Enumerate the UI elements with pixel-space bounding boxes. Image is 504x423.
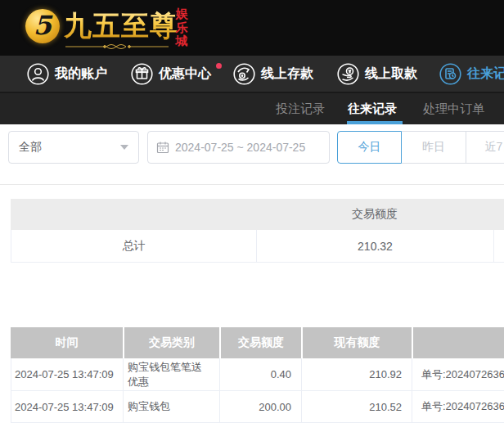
yesterday-button[interactable]: 昨日 bbox=[402, 131, 466, 164]
tab-transaction-records[interactable]: 往来记录 bbox=[348, 93, 397, 124]
summary-table: 交易额度 总计 210.32 bbox=[11, 199, 504, 263]
logo-bar: 5 九五至尊 娱乐城 bbox=[0, 0, 504, 56]
table-row: 2024-07-25 13:47:09 购宝钱包 200.00 210.52 单… bbox=[11, 391, 504, 423]
col-header-type: 交易类别 bbox=[124, 327, 219, 358]
gold-flourish-icon bbox=[65, 43, 169, 51]
summary-total-amount: 210.32 bbox=[257, 230, 494, 262]
summary-total-extra bbox=[494, 230, 504, 262]
cell-order-number: 单号:2024072636 bbox=[412, 391, 504, 422]
tab-betting-records[interactable]: 投注记录 bbox=[276, 93, 325, 124]
nav-item-withdraw[interactable]: 线上取款 bbox=[337, 56, 417, 92]
notification-dot bbox=[216, 63, 222, 69]
nav-label: 线上取款 bbox=[365, 65, 417, 83]
cell-balance: 210.52 bbox=[302, 391, 412, 422]
user-icon bbox=[27, 63, 49, 85]
main-nav: 我的账户 优惠中心 线上存款 线上取款 往来记录 bbox=[0, 56, 504, 92]
col-header-balance: 现有额度 bbox=[303, 327, 412, 358]
nav-label: 优惠中心 bbox=[159, 65, 211, 83]
cell-balance: 210.92 bbox=[302, 358, 412, 390]
transaction-records-page: { "logo": { "brand": "九五至尊", "badge": "娱… bbox=[0, 0, 504, 423]
section-divider bbox=[0, 184, 504, 185]
table-row: 2024-07-25 13:47:09 购宝钱包笔笔送优惠 0.40 210.9… bbox=[11, 358, 504, 391]
emblem-glyph: 5 bbox=[34, 12, 52, 38]
col-header-amount: 交易额度 bbox=[221, 327, 301, 358]
withdraw-icon bbox=[337, 63, 359, 85]
summary-total-label: 总计 bbox=[11, 230, 257, 262]
cell-order-number: 单号:2024072636 bbox=[412, 358, 504, 390]
summary-total-row: 总计 210.32 bbox=[11, 230, 504, 263]
type-select[interactable]: 全部 bbox=[8, 131, 139, 164]
nav-item-deposit[interactable]: 线上存款 bbox=[233, 56, 313, 92]
type-select-value: 全部 bbox=[19, 140, 120, 155]
cell-amount: 0.40 bbox=[220, 358, 302, 390]
nav-item-my-account[interactable]: 我的账户 bbox=[27, 56, 107, 92]
last7days-button[interactable]: 近7日 bbox=[466, 131, 504, 164]
chevron-down-icon bbox=[120, 145, 128, 150]
calendar-icon bbox=[156, 141, 169, 154]
records-table: 时间 交易类别 交易额度 现有额度 2024-07-25 13:47:09 购宝… bbox=[11, 327, 504, 423]
brand-title[interactable]: 九五至尊 bbox=[64, 7, 178, 45]
col-header-time: 时间 bbox=[11, 327, 123, 358]
date-range-value: 2024-07-25 ~ 2024-07-25 bbox=[175, 141, 305, 154]
quick-date-buttons: 今日 昨日 近7日 bbox=[337, 131, 504, 164]
records-tab-bar: 投注记录 往来记录 处理中订单 bbox=[0, 92, 504, 124]
today-button[interactable]: 今日 bbox=[337, 131, 402, 164]
records-header-row: 时间 交易类别 交易额度 现有额度 bbox=[11, 327, 504, 358]
gift-icon bbox=[131, 63, 153, 85]
date-range-input[interactable]: 2024-07-25 ~ 2024-07-25 bbox=[147, 131, 330, 164]
cell-time: 2024-07-25 13:47:09 bbox=[11, 391, 124, 422]
records-icon bbox=[439, 63, 461, 85]
cell-type: 购宝钱包 bbox=[124, 391, 220, 422]
brand-emblem-icon[interactable]: 5 bbox=[25, 9, 60, 43]
active-tab-underline bbox=[347, 121, 403, 124]
cell-time: 2024-07-25 13:47:09 bbox=[11, 358, 124, 390]
tab-processing-orders[interactable]: 处理中订单 bbox=[423, 93, 484, 124]
summary-header-amount: 交易额度 bbox=[256, 207, 493, 222]
brand-badge: 娱乐城 bbox=[173, 7, 191, 48]
col-header-extra bbox=[413, 327, 504, 358]
nav-item-promotions[interactable]: 优惠中心 bbox=[131, 56, 211, 92]
deposit-icon bbox=[233, 63, 255, 85]
nav-label: 线上存款 bbox=[261, 65, 313, 83]
nav-label: 我的账户 bbox=[55, 65, 107, 83]
summary-header-row: 交易额度 bbox=[11, 199, 504, 230]
nav-item-records[interactable]: 往来记录 bbox=[439, 56, 504, 92]
cell-amount: 200.00 bbox=[220, 391, 302, 422]
cell-type: 购宝钱包笔笔送优惠 bbox=[124, 358, 220, 390]
nav-label: 往来记录 bbox=[467, 65, 504, 83]
